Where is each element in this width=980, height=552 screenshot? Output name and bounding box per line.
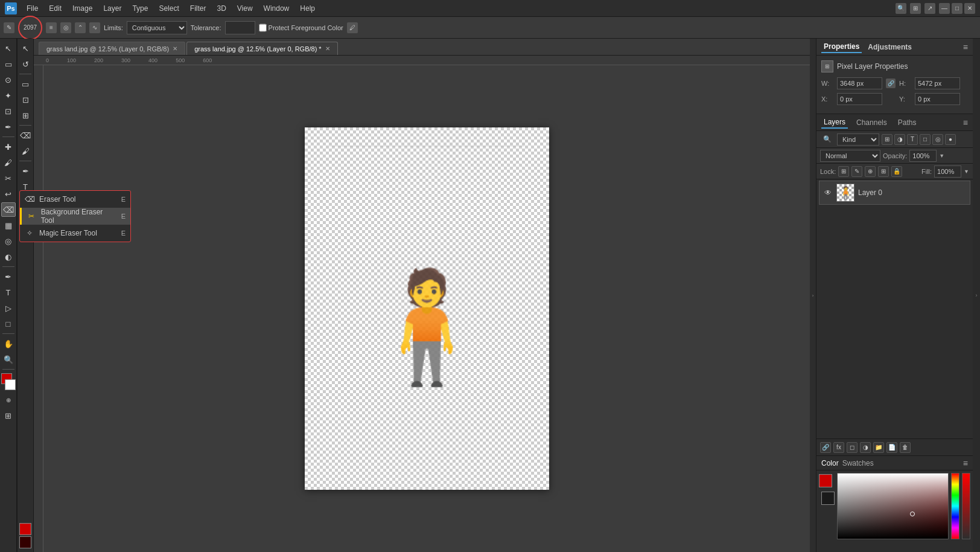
sec-fg-color[interactable]	[19, 523, 31, 535]
lock-icon[interactable]: 🔒	[891, 166, 902, 177]
crop-tool[interactable]: ⊡	[1, 104, 16, 118]
sample-icon[interactable]: 🖊	[347, 22, 358, 33]
new-layer-btn[interactable]: 📄	[886, 442, 897, 453]
sec-pen-btn[interactable]: ✒	[18, 164, 33, 178]
x-input[interactable]	[837, 93, 882, 105]
blend-mode-select[interactable]: Normal	[820, 150, 880, 162]
gradient-tool[interactable]: ▦	[1, 218, 16, 233]
rect-marquee-tool[interactable]: ▭	[1, 57, 16, 71]
move-tool[interactable]: ↖	[1, 41, 16, 56]
layer-visibility-eye[interactable]: 👁	[823, 188, 833, 197]
warp-btn[interactable]: ⊞	[18, 108, 33, 123]
layer-fx-btn[interactable]: fx	[833, 442, 844, 453]
hue-slider[interactable]	[951, 473, 959, 539]
add-group-btn[interactable]: 📁	[873, 442, 884, 453]
link-layers-btn[interactable]: 🔗	[820, 442, 831, 453]
adjustment-filter-icon[interactable]: ◑	[894, 134, 905, 145]
menu-view[interactable]: View	[232, 2, 258, 14]
fg-swatch[interactable]	[819, 474, 832, 487]
eyedropper-tool[interactable]: ✒	[1, 120, 16, 134]
menu-window[interactable]: Window	[259, 2, 294, 14]
tool-preset-icon[interactable]: ✎	[4, 22, 14, 33]
search-layers-icon[interactable]: 🔍	[820, 132, 835, 147]
pen-tool[interactable]: ✒	[1, 269, 16, 284]
text-filter-icon[interactable]: T	[907, 134, 918, 145]
color-selector[interactable]	[0, 373, 17, 390]
zoom-tool[interactable]: 🔍	[1, 352, 16, 367]
magic-eraser-tool-option[interactable]: ✧ Magic Eraser Tool E	[20, 225, 130, 242]
document-canvas[interactable]: 🧍	[305, 127, 549, 490]
menu-edit[interactable]: Edit	[44, 2, 66, 14]
color-menu-btn[interactable]: ≡	[963, 458, 968, 468]
clone-stamp-tool[interactable]: ✂	[1, 171, 16, 185]
add-mask-btn[interactable]: ◻	[847, 442, 858, 453]
menu-help[interactable]: Help	[295, 2, 320, 14]
brush-airbrush-icon[interactable]: ∿	[89, 22, 100, 33]
tab-close-1[interactable]: ✕	[173, 45, 177, 52]
swatches-tab[interactable]: Swatches	[842, 459, 874, 467]
tab-grassland-2[interactable]: grass land.jpg @ 12.5% (Layer 0, RGB/8) …	[186, 42, 338, 55]
layer-item-0[interactable]: 👁 🧍 Layer 0	[819, 181, 970, 205]
tab-grassland-1[interactable]: grass land.jpg @ 12.5% (Layer 0, RGB/8) …	[39, 42, 185, 55]
rect-sel-btn2[interactable]: ▭	[18, 77, 33, 91]
text-tool[interactable]: T	[1, 285, 16, 300]
shape-tool[interactable]: □	[1, 316, 16, 331]
canvas-area[interactable]: 0100200300400500600 🧍	[34, 56, 810, 552]
tab-adjustments[interactable]: Adjustments	[865, 42, 914, 53]
color-gradient-area[interactable]	[837, 473, 949, 550]
menu-3d[interactable]: 3D	[212, 2, 231, 14]
right-collapse-btn[interactable]: ›	[810, 39, 816, 552]
brush-opacity-icon[interactable]: ◎	[60, 22, 71, 33]
lock-artboard-btn[interactable]: ⊕	[865, 166, 876, 177]
eraser-tool[interactable]: ⌫	[1, 202, 16, 217]
std-screen-btn[interactable]: ↖	[18, 41, 33, 56]
spot-heal-tool[interactable]: ✚	[1, 140, 16, 154]
sec-eraser-btn[interactable]: ⌫	[18, 128, 33, 143]
brush-flow-icon[interactable]: ⌃	[75, 22, 86, 33]
blur-tool[interactable]: ◎	[1, 234, 16, 248]
quick-mask-btn[interactable]: ⊕	[1, 393, 16, 407]
bg-color-box[interactable]	[5, 379, 16, 390]
fill-dropdown-icon[interactable]: ▼	[964, 168, 969, 175]
layers-menu-btn[interactable]: ≡	[963, 118, 968, 127]
h-input[interactable]	[915, 77, 960, 89]
tab-channels[interactable]: Channels	[854, 117, 889, 128]
restore-btn[interactable]: □	[952, 3, 962, 14]
tab-layers[interactable]: Layers	[821, 117, 848, 129]
toggle-filter-btn[interactable]: ●	[945, 134, 956, 145]
sec-brush-btn[interactable]: 🖌	[18, 144, 33, 158]
menu-image[interactable]: Image	[68, 2, 97, 14]
brush-mode-icon[interactable]: ≡	[46, 22, 57, 33]
menu-file[interactable]: File	[22, 2, 43, 14]
color-tab[interactable]: Color	[821, 459, 839, 467]
lasso-tool[interactable]: ⊙	[1, 72, 16, 87]
menu-filter[interactable]: Filter	[185, 2, 211, 14]
layer-type-select[interactable]: Kind	[837, 133, 879, 146]
opacity-slider[interactable]	[962, 473, 970, 539]
menu-select[interactable]: Select	[154, 2, 183, 14]
add-adjustment-btn[interactable]: ◑	[860, 442, 871, 453]
limits-select[interactable]: Contiguous Discontiguous Find Edges	[127, 21, 187, 34]
delete-layer-btn[interactable]: 🗑	[900, 442, 911, 453]
eraser-tool-option[interactable]: ⌫ Eraser Tool E	[20, 191, 130, 208]
y-input[interactable]	[915, 93, 960, 105]
rotate-view-btn[interactable]: ↺	[18, 57, 33, 71]
shape-filter-icon[interactable]: □	[920, 134, 931, 145]
far-right-collapse[interactable]: ›	[973, 39, 980, 552]
magic-wand-tool[interactable]: ✦	[1, 88, 16, 103]
workspace-icon[interactable]: ⊞	[910, 3, 921, 14]
hand-tool[interactable]: ✋	[1, 336, 16, 351]
dodge-tool[interactable]: ◐	[1, 249, 16, 264]
share-icon[interactable]: ↗	[924, 3, 935, 14]
background-eraser-tool-option[interactable]: ✂ Background Eraser Tool E	[20, 208, 130, 225]
close-btn[interactable]: ✕	[964, 3, 975, 14]
minimize-btn[interactable]: —	[939, 3, 950, 14]
smartobj-filter-icon[interactable]: ◎	[932, 134, 943, 145]
w-input[interactable]	[837, 77, 882, 89]
sec-bg-color[interactable]	[19, 536, 31, 548]
lock-pixels-btn[interactable]: ⊞	[838, 166, 849, 177]
path-select-tool[interactable]: ▷	[1, 301, 16, 315]
menu-type[interactable]: Type	[127, 2, 153, 14]
transform-btn[interactable]: ⊡	[18, 92, 33, 107]
bg-swatch[interactable]	[821, 492, 835, 505]
